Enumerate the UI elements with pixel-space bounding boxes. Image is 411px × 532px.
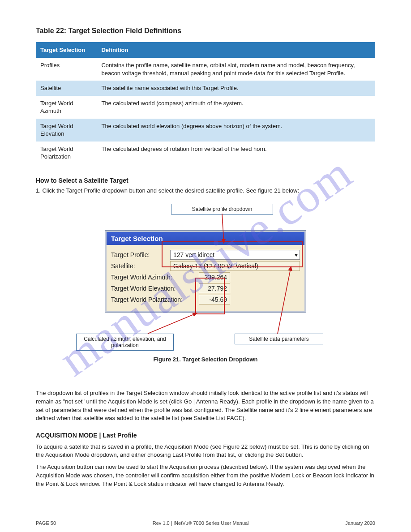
row-text: The satellite name associated with this … (97, 81, 375, 96)
azimuth-value: 239.264 (199, 272, 230, 282)
polarization-value: -45.69 (199, 295, 230, 305)
satellite-label: Satellite: (111, 262, 170, 270)
definitions-table: Target Selection Definition Profiles Con… (36, 42, 375, 164)
panel-title: Target Selection (107, 232, 304, 245)
elevation-value: 27.792 (199, 283, 230, 293)
polarization-label: Target World Polarization: (111, 296, 199, 303)
howto-step: 1. Click the Target Profile dropdown but… (36, 187, 375, 195)
callout-calc-label: Calculated azimuth, elevation, and polar… (76, 334, 174, 351)
col-header-target: Target Selection (36, 42, 97, 58)
paragraph: To acquire a satellite that is saved in … (36, 443, 375, 460)
profile-value: 127 vert idirect (173, 251, 214, 258)
table-row: Profiles Contains the profile name, sate… (36, 58, 375, 81)
svg-line-1 (148, 313, 197, 334)
figure-caption: Figure 21. Target Selection Dropdown (36, 356, 375, 363)
table-title: Table 22: Target Selection Field Definit… (36, 27, 375, 35)
chevron-down-icon: ▾ (295, 251, 298, 258)
footer-right: January 2020 (345, 520, 375, 526)
row-label: Target World Elevation (36, 119, 97, 142)
row-label: Target World Polarization (36, 142, 97, 164)
row-text: The calculated world elevation (degrees … (97, 119, 375, 142)
footer-left: PAGE 50 (36, 520, 56, 526)
target-profile-dropdown[interactable]: 127 vert idirect ▾ (170, 250, 300, 260)
elevation-label: Target World Elevation: (111, 285, 199, 292)
callout-profile-label: Satellite profile dropdown (171, 204, 273, 215)
paragraph: The Acquisition button can now be used t… (36, 463, 375, 489)
footer-center: Rev 1.0 | iNetVu® 7000 Series User Manua… (153, 520, 249, 526)
callout-sat-label: Satellite data parameters (235, 334, 323, 344)
azimuth-label: Target World Azimuth: (111, 274, 199, 281)
paragraph: The dropdown list of profiles in the Tar… (36, 389, 375, 423)
howto-heading: How to Select a Satellite Target (36, 177, 128, 184)
row-label: Satellite (36, 81, 97, 96)
section-subtitle: ACQUISITION MODE | Last Profile (36, 431, 375, 440)
row-text: The calculated world (compass) azimuth o… (97, 96, 375, 119)
satellite-value: Galaxy-13 (127.00 W, Vertical) (170, 261, 300, 271)
col-header-definition: Definition (97, 42, 375, 58)
table-row: Target World Elevation The calculated wo… (36, 119, 375, 142)
row-label: Target World Azimuth (36, 96, 97, 119)
figure-area: How to Select a Satellite Target 1. Clic… (36, 177, 375, 383)
table-row: Target World Azimuth The calculated worl… (36, 96, 375, 119)
table-row: Target World Polarization The calculated… (36, 142, 375, 164)
row-label: Profiles (36, 58, 97, 81)
profile-label: Target Profile: (111, 251, 170, 258)
target-selection-panel: Target Selection Target Profile: 127 ver… (105, 231, 306, 313)
table-row: Satellite The satellite name associated … (36, 81, 375, 96)
page-footer: PAGE 50 Rev 1.0 | iNetVu® 7000 Series Us… (0, 520, 411, 526)
row-text: Contains the profile name, satellite nam… (97, 58, 375, 81)
row-text: The calculated degrees of rotation from … (97, 142, 375, 164)
